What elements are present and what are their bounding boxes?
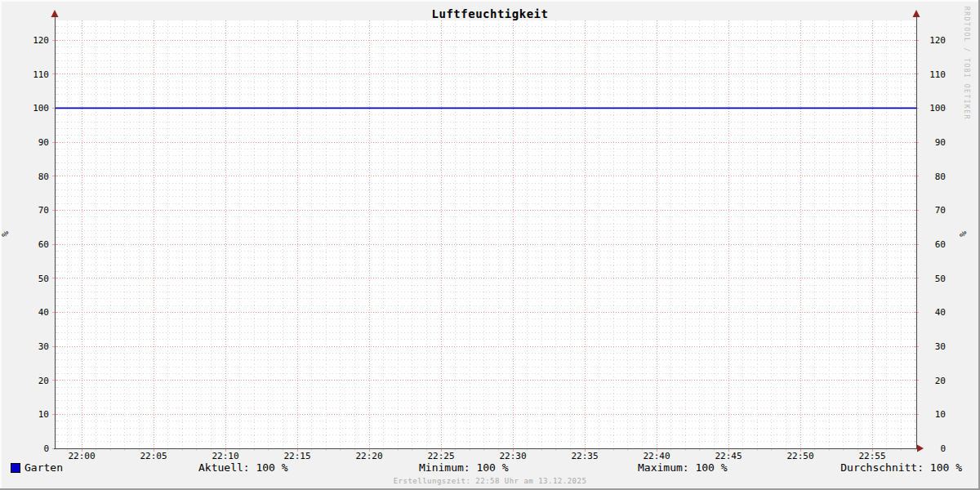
x-tick-label: 22:35 <box>567 451 603 461</box>
stat-maximum: Maximum: 100 % <box>638 462 728 474</box>
creation-time: Erstellungszeit: 22:58 Uhr am 13.12.2025 <box>0 477 980 485</box>
stat-durchschnitt: Durchschnitt: 100 % <box>840 462 962 474</box>
legend-row: Garten Aktuell: 100 % Minimum: 100 % Max… <box>0 462 980 475</box>
legend-label: Garten <box>24 462 63 474</box>
stat-aktuell: Aktuell: 100 % <box>198 462 288 474</box>
x-tick-label: 22:55 <box>854 451 890 461</box>
border-left <box>0 0 2 490</box>
x-tick-label: 22:15 <box>279 451 315 461</box>
x-tick-label: 22:30 <box>495 451 531 461</box>
legend-swatch <box>11 463 20 473</box>
x-tick-label: 22:20 <box>351 451 387 461</box>
x-tick-label: 22:45 <box>710 451 746 461</box>
x-tick-label: 22:05 <box>136 451 172 461</box>
x-tick-label: 22:40 <box>639 451 675 461</box>
x-tick-label: 22:00 <box>64 451 100 461</box>
border-top <box>0 0 980 2</box>
x-tick-label: 22:50 <box>782 451 818 461</box>
rrdtool-graph: Luftfeuchtigkeit RRDTOOL / TOBI OETIKER … <box>0 0 980 490</box>
x-tick-label: 22:25 <box>423 451 459 461</box>
x-tick-label: 22:10 <box>207 451 243 461</box>
x-tick-labels: 22:0022:0522:1022:1522:2022:2522:3022:35… <box>0 0 980 490</box>
stat-minimum: Minimum: 100 % <box>419 462 509 474</box>
